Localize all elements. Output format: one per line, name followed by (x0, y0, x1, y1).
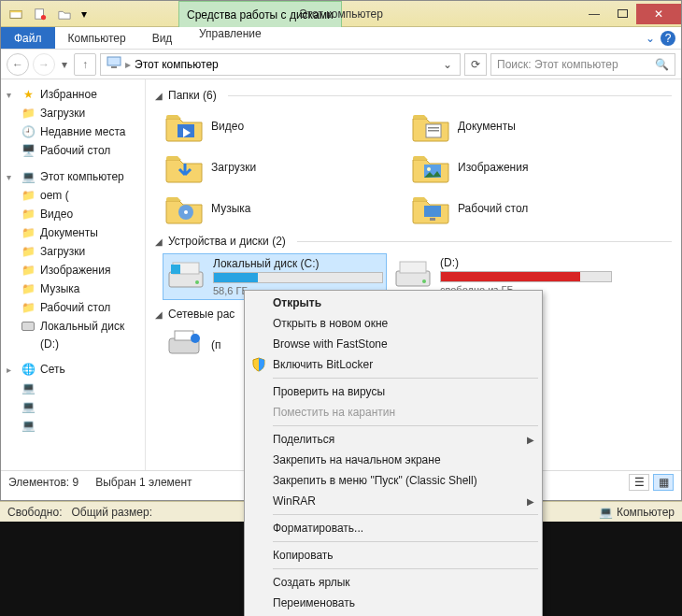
view-icons-button[interactable]: ▦ (653, 474, 674, 491)
tree-label: Загрузки (40, 245, 85, 258)
tree-item-netpc[interactable]: 💻 (3, 416, 145, 435)
collapse-icon[interactable]: ◢ (155, 236, 163, 247)
tree-label: Этот компьютер (40, 170, 124, 183)
address-dropdown-icon[interactable]: ⌄ (437, 58, 458, 71)
maximize-button[interactable] (608, 4, 636, 24)
context-menu-item[interactable]: Включить BitLocker (247, 354, 540, 375)
folder-item[interactable]: Рабочий стол (409, 190, 652, 227)
tree-favorites[interactable]: ▾★Избранное (1, 85, 145, 104)
group-drives-header[interactable]: ◢Устройства и диски (2) (155, 235, 672, 248)
desktop-icon: 🖥️ (20, 143, 36, 158)
minimize-button[interactable]: — (580, 4, 608, 24)
collapse-icon[interactable]: ◢ (155, 309, 163, 320)
context-menu-item[interactable]: Проверить на вирусы (247, 381, 540, 402)
nav-up-button[interactable]: ↑ (74, 53, 96, 76)
tab-manage[interactable]: Управление (186, 27, 275, 40)
collapse-icon[interactable]: ▾ (7, 172, 16, 182)
tree-label: oem ( (40, 189, 69, 202)
svg-rect-22 (171, 265, 176, 269)
tree-item-oem[interactable]: 📁oem ( (3, 186, 145, 205)
context-menu-item[interactable]: Закрепить на начальном экране (247, 450, 540, 470)
context-menu-item[interactable]: Закрепить в меню "Пуск" (Classic Shell) (247, 470, 540, 491)
search-input[interactable]: Поиск: Этот компьютер 🔍 (490, 53, 675, 76)
menu-label: Переименовать (273, 596, 355, 609)
folder-item[interactable]: Видео (163, 107, 405, 145)
nav-back-button[interactable]: ← (7, 53, 29, 76)
folder-label: Рабочий стол (458, 202, 528, 215)
ribbon-collapse[interactable]: ⌄? (646, 27, 681, 49)
context-menu-item[interactable]: WinRAR▶ (247, 491, 540, 511)
context-menu-item[interactable]: Создать ярлык (247, 572, 540, 593)
group-folders-header[interactable]: ◢Папки (6) (155, 89, 672, 102)
context-menu-item[interactable]: Копировать (247, 545, 540, 566)
folder-icon: 📁 (20, 188, 36, 203)
context-menu-item[interactable]: Форматировать... (247, 518, 540, 538)
qat-properties-icon[interactable] (29, 4, 51, 24)
context-menu[interactable]: ОткрытьОткрыть в новом окнеBrowse with F… (244, 290, 543, 616)
refresh-button[interactable]: ⟳ (464, 53, 487, 76)
breadcrumb[interactable]: ▸ Этот компьютер (103, 56, 222, 72)
tab-view[interactable]: Вид (139, 27, 186, 49)
navigation-bar: ← → ▾ ↑ ▸ Этот компьютер ⌄ ⟳ Поиск: Этот… (1, 50, 681, 79)
submenu-arrow-icon: ▶ (527, 435, 534, 445)
tree-item-desktop2[interactable]: 📁Рабочий стол (3, 298, 145, 317)
tab-file[interactable]: Файл (1, 27, 55, 49)
qat-newfolder-icon[interactable] (53, 4, 76, 24)
nav-forward-button[interactable]: → (33, 53, 55, 76)
context-menu-item[interactable]: Открыть в новом окне (247, 313, 540, 334)
tree-item-netpc[interactable]: 💻 (3, 379, 145, 397)
tree-item-documents[interactable]: 📁Документы (3, 223, 145, 242)
computer-icon (107, 56, 121, 72)
context-menu-item[interactable]: Поделиться▶ (247, 429, 540, 450)
qat-dropdown-icon[interactable]: ▾ (78, 4, 91, 24)
tree-thispc[interactable]: ▾💻Этот компьютер (1, 167, 145, 186)
tree-item-desktop[interactable]: 🖥️Рабочий стол (3, 141, 145, 160)
tree-item-downloads2[interactable]: 📁Загрузки (3, 242, 145, 261)
collapse-icon[interactable]: ◢ (155, 91, 163, 101)
system-menu-icon[interactable] (5, 4, 27, 24)
folder-item[interactable]: Изображения (409, 149, 652, 186)
view-details-button[interactable]: ☰ (629, 474, 649, 491)
menu-label: Включить BitLocker (273, 358, 373, 371)
folder-item[interactable]: Загрузки (163, 149, 405, 186)
menu-label: Закрепить на начальном экране (273, 453, 441, 466)
shield-icon (250, 356, 267, 373)
tree-item-localdisk[interactable]: Локальный диск (3, 317, 145, 336)
tree-item-downloads[interactable]: 📁Загрузки (3, 104, 145, 122)
tree-item-driveD[interactable]: (D:) (3, 336, 145, 352)
tree-item-pictures[interactable]: 📁Изображения (3, 261, 145, 279)
chevron-right-icon: ▸ (125, 58, 131, 71)
context-menu-item[interactable]: Browse with FastStone (247, 334, 540, 354)
help-icon[interactable]: ? (661, 31, 675, 46)
tree-item-recent[interactable]: 🕘Недавние места (3, 122, 145, 141)
menu-label: Открыть в новом окне (273, 317, 388, 330)
folder-icon: 📁 (20, 225, 36, 240)
address-bar[interactable]: ▸ Этот компьютер ⌄ (100, 53, 461, 76)
group-label: Устройства и диски (2) (168, 235, 286, 248)
drive-name: (D:) (440, 256, 612, 269)
tree-network[interactable]: ▸🌐Сеть (1, 360, 145, 379)
tree-label: Документы (40, 226, 98, 239)
svg-rect-4 (618, 10, 627, 18)
tree-item-videos[interactable]: 📁Видео (3, 205, 145, 223)
tree-label: Видео (40, 208, 73, 221)
tree-item-netpc[interactable]: 💻 (3, 397, 145, 416)
recent-icon: 🕘 (20, 124, 36, 139)
titlebar: ▾ Средства работы с дисками Этот компьют… (1, 1, 681, 27)
collapse-icon[interactable]: ▾ (7, 90, 16, 100)
expand-icon[interactable]: ▸ (7, 365, 16, 375)
menu-label: Закрепить в меню "Пуск" (Classic Shell) (273, 474, 477, 487)
close-button[interactable]: ✕ (636, 4, 681, 24)
tree-label: Изображения (40, 264, 110, 277)
tab-computer[interactable]: Компьютер (55, 27, 139, 49)
drive-name: Локальный диск (C:) (213, 257, 383, 270)
folder-item[interactable]: Документы (409, 107, 652, 145)
folder-item[interactable]: Музыка (163, 190, 405, 227)
context-menu-item[interactable]: Открыть (247, 293, 540, 313)
nav-history-dropdown[interactable]: ▾ (59, 58, 70, 71)
window-controls: — ✕ (580, 4, 681, 24)
breadcrumb-label: Этот компьютер (135, 58, 219, 71)
tree-item-music[interactable]: 📁Музыка (3, 279, 145, 298)
folder-icon (411, 150, 450, 184)
context-menu-item[interactable]: Переименовать (247, 593, 540, 613)
